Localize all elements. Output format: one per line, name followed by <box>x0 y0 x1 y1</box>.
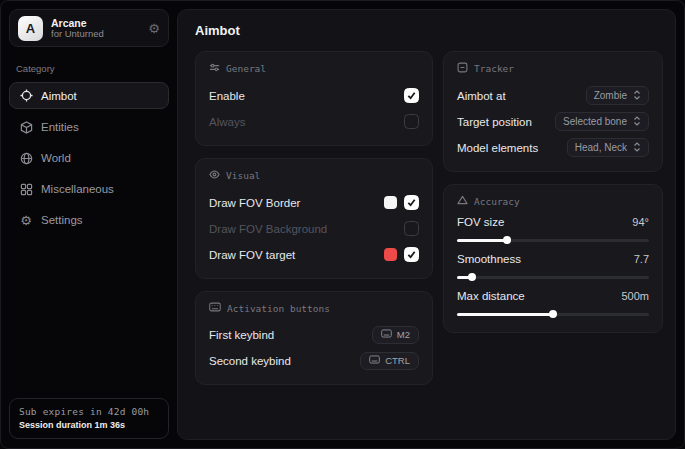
setting-label: Target position <box>457 116 532 128</box>
setting-label: First keybind <box>209 329 274 341</box>
sidebar-item-world[interactable]: World <box>9 145 169 171</box>
sidebar-item-settings[interactable]: ⚙ Settings <box>9 207 169 233</box>
sliders-icon <box>209 62 220 75</box>
chevron-up-down-icon <box>633 116 641 128</box>
second-keybind-button[interactable]: CTRL <box>360 352 419 370</box>
sidebar-item-label: Settings <box>41 214 83 226</box>
sidebar-item-label: Aimbot <box>41 90 77 102</box>
fov-size-slider[interactable] <box>457 236 649 244</box>
triangle-icon <box>457 195 468 207</box>
app-subtitle: for Unturned <box>51 29 140 40</box>
crosshair-icon <box>19 89 33 103</box>
card-title: Visual <box>226 170 260 181</box>
slider-value: 94° <box>632 216 649 228</box>
setting-label: Draw FOV Background <box>209 223 327 235</box>
slider-row-max-distance: Max distance 500m <box>457 290 649 318</box>
app-header: A Arcane for Unturned ⚙ <box>9 9 169 47</box>
fov-background-checkbox[interactable] <box>404 221 419 236</box>
grid-icon <box>19 182 33 196</box>
setting-label: Draw FOV Border <box>209 197 300 209</box>
accuracy-card: Accuracy FOV size 94° <box>443 184 663 333</box>
setting-label: Second keybind <box>209 355 291 367</box>
setting-row-fov-border: Draw FOV Border <box>209 191 419 214</box>
keybind-value: CTRL <box>385 355 410 366</box>
slider-value: 500m <box>621 290 649 302</box>
slider-row-smoothness: Smoothness 7.7 <box>457 253 649 281</box>
always-checkbox[interactable] <box>404 114 419 129</box>
fov-border-checkbox[interactable] <box>404 195 419 210</box>
keyboard-icon <box>209 302 221 314</box>
card-title: General <box>226 63 266 74</box>
category-label: Category <box>16 63 169 74</box>
setting-label: Smoothness <box>457 253 521 265</box>
setting-label: Always <box>209 116 245 128</box>
dropdown-value: Zombie <box>594 90 627 101</box>
sidebar-item-entities[interactable]: Entities <box>9 114 169 140</box>
card-title: Activation buttons <box>227 303 330 314</box>
setting-row-model-elements: Model elements Head, Neck <box>457 136 649 159</box>
sidebar-item-aimbot[interactable]: Aimbot <box>9 82 169 109</box>
color-swatch[interactable] <box>384 248 397 261</box>
setting-label: FOV size <box>457 216 504 228</box>
page-title: Aimbot <box>195 23 663 38</box>
setting-row-always: Always <box>209 110 419 133</box>
setting-row-fov-background: Draw FOV Background <box>209 217 419 240</box>
setting-row-fov-target: Draw FOV target <box>209 243 419 266</box>
slider-row-fov-size: FOV size 94° <box>457 216 649 244</box>
fov-target-checkbox[interactable] <box>404 247 419 262</box>
setting-row-target-position: Target position Selected bone <box>457 110 649 133</box>
app-logo: A <box>18 16 43 41</box>
setting-label: Max distance <box>457 290 525 302</box>
setting-label: Draw FOV target <box>209 249 295 261</box>
setting-label: Aimbot at <box>457 90 506 102</box>
enable-checkbox[interactable] <box>404 88 419 103</box>
setting-row-second-keybind: Second keybind CTRL <box>209 349 419 372</box>
sidebar-item-miscellaneous[interactable]: Miscellaneous <box>9 176 169 202</box>
main-panel: Aimbot General Enable <box>177 9 676 440</box>
model-elements-dropdown[interactable]: Head, Neck <box>567 138 649 157</box>
sidebar-item-label: World <box>41 152 71 164</box>
chevron-up-down-icon <box>633 142 641 154</box>
session-duration-text: Session duration 1m 36s <box>19 420 159 430</box>
setting-row-first-keybind: First keybind M2 <box>209 323 419 346</box>
chevron-up-down-icon <box>633 90 641 102</box>
general-card: General Enable Always <box>195 51 433 146</box>
setting-row-aimbot-at: Aimbot at Zombie <box>457 84 649 107</box>
gear-icon[interactable]: ⚙ <box>148 22 160 35</box>
smoothness-slider[interactable] <box>457 273 649 281</box>
entities-icon <box>19 120 33 134</box>
slider-thumb[interactable] <box>503 236 511 244</box>
eye-icon <box>209 169 220 182</box>
sidebar-item-label: Miscellaneous <box>41 183 114 195</box>
gear-icon: ⚙ <box>19 213 33 227</box>
sidebar-item-label: Entities <box>41 121 79 133</box>
sub-expiry-text: Sub expires in 42d 00h <box>19 406 159 417</box>
visual-card: Visual Draw FOV Border Draw FOV Backgrou… <box>195 158 433 279</box>
first-keybind-button[interactable]: M2 <box>372 326 419 344</box>
slider-value: 7.7 <box>634 253 649 265</box>
scan-box-icon <box>457 62 468 75</box>
target-position-dropdown[interactable]: Selected bone <box>555 112 649 131</box>
dropdown-value: Selected bone <box>563 116 627 127</box>
globe-icon <box>19 151 33 165</box>
aimbot-at-dropdown[interactable]: Zombie <box>586 86 649 105</box>
dropdown-value: Head, Neck <box>575 142 627 153</box>
setting-label: Model elements <box>457 142 538 154</box>
keybind-value: M2 <box>397 329 410 340</box>
sidebar: A Arcane for Unturned ⚙ Category Aimbot … <box>9 9 169 440</box>
app-name: Arcane <box>51 17 140 29</box>
setting-label: Enable <box>209 90 245 102</box>
activation-card: Activation buttons First keybind M2 Seco… <box>195 291 433 385</box>
card-title: Accuracy <box>474 196 520 207</box>
card-title: Tracker <box>474 63 514 74</box>
sidebar-nav: Aimbot Entities World M <box>9 82 169 233</box>
tracker-card: Tracker Aimbot at Zombie Target position… <box>443 51 663 172</box>
slider-thumb[interactable] <box>549 310 557 318</box>
subscription-info: Sub expires in 42d 00h Session duration … <box>9 398 169 439</box>
keyboard-icon <box>369 355 380 366</box>
setting-row-enable: Enable <box>209 84 419 107</box>
slider-thumb[interactable] <box>468 273 476 281</box>
max-distance-slider[interactable] <box>457 310 649 318</box>
color-swatch[interactable] <box>384 196 397 209</box>
keyboard-icon <box>381 329 392 340</box>
